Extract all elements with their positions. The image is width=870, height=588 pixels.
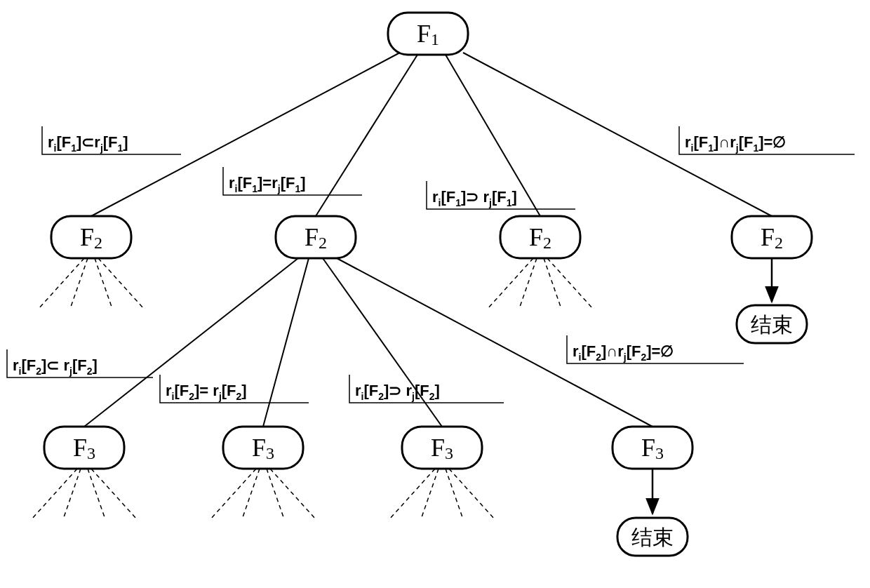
- svg-line-19: [519, 258, 537, 309]
- edge-root-a: [91, 53, 400, 216]
- dotted-fan-l2a: [39, 258, 144, 309]
- dotted-fan-l3b: [210, 469, 316, 519]
- condition-c2b: ri[F2]= rj[F2]: [160, 375, 309, 403]
- svg-line-43: [270, 469, 316, 519]
- condition-c1d: ri[F1]∩rj[F1]=∅: [679, 126, 855, 154]
- svg-line-39: [91, 469, 137, 519]
- svg-line-40: [210, 469, 256, 519]
- node-l3c: F3: [402, 427, 482, 469]
- svg-line-37: [63, 469, 81, 519]
- svg-text:ri[F1]∩rj[F1]=∅: ri[F1]∩rj[F1]=∅: [685, 133, 786, 154]
- svg-text:ri[F2]⊃ rj[F2]: ri[F2]⊃ rj[F2]: [355, 382, 440, 402]
- svg-line-16: [95, 258, 112, 309]
- svg-text:ri[F2]⊂ rj[F2]: ri[F2]⊂ rj[F2]: [13, 356, 98, 377]
- dotted-fan-l2c: [488, 258, 593, 309]
- edge-root-b: [316, 55, 417, 216]
- svg-text:ri[F1]⊃ rj[F1]: ri[F1]⊃ rj[F1]: [432, 188, 517, 208]
- svg-line-44: [389, 469, 435, 519]
- condition-c1a: ri[F1]⊂rj[F1]: [42, 126, 181, 154]
- svg-text:ri[F1]=rj[F1]: ri[F1]=rj[F1]: [229, 174, 306, 194]
- svg-line-46: [446, 469, 463, 519]
- dotted-fan-l3c: [389, 469, 495, 519]
- node-l3a: F3: [44, 427, 124, 469]
- svg-line-14: [39, 258, 84, 309]
- svg-line-41: [242, 469, 260, 519]
- svg-line-42: [267, 469, 284, 519]
- condition-c2c: ri[F2]⊃ rj[F2]: [349, 375, 504, 403]
- svg-text:ri[F2]∩rj[F2]=∅: ri[F2]∩rj[F2]=∅: [573, 342, 674, 363]
- node-l2a: F2: [51, 216, 131, 258]
- svg-line-45: [421, 469, 439, 519]
- condition-c2a: ri[F2]⊂ rj[F2]: [7, 349, 153, 377]
- condition-c1c: ri[F1]⊃ rj[F1]: [427, 181, 575, 209]
- svg-line-36: [32, 469, 77, 519]
- svg-line-47: [449, 469, 495, 519]
- svg-text:ri[F1]⊂rj[F1]: ri[F1]⊂rj[F1]: [48, 133, 128, 154]
- svg-text:结束: 结束: [751, 313, 793, 336]
- condition-c2d: ri[F2]∩rj[F2]=∅: [567, 335, 744, 363]
- svg-line-18: [488, 258, 533, 309]
- condition-c1b: ri[F1]=rj[F1]: [223, 167, 362, 195]
- node-root: F1: [388, 13, 468, 55]
- node-l3b: F3: [223, 427, 303, 469]
- svg-line-20: [544, 258, 561, 309]
- dotted-fan-l3a: [32, 469, 137, 519]
- svg-line-15: [70, 258, 88, 309]
- edge-b-3b: [263, 258, 309, 427]
- tree-diagram: F1 ri[F1]⊂rj[F1] ri[F1]=rj[F1] ri[F1]⊃ r…: [0, 0, 870, 588]
- svg-line-21: [547, 258, 593, 309]
- node-l2c: F2: [500, 216, 580, 258]
- svg-line-17: [98, 258, 144, 309]
- node-l2d: F2: [732, 216, 812, 258]
- node-l2b: F2: [276, 216, 356, 258]
- node-end1: 结束: [737, 305, 807, 343]
- svg-text:ri[F2]= rj[F2]: ri[F2]= rj[F2]: [166, 382, 247, 402]
- node-end2: 结束: [617, 518, 688, 556]
- svg-line-38: [88, 469, 105, 519]
- svg-text:结束: 结束: [631, 526, 674, 549]
- node-l3d: F3: [613, 427, 692, 469]
